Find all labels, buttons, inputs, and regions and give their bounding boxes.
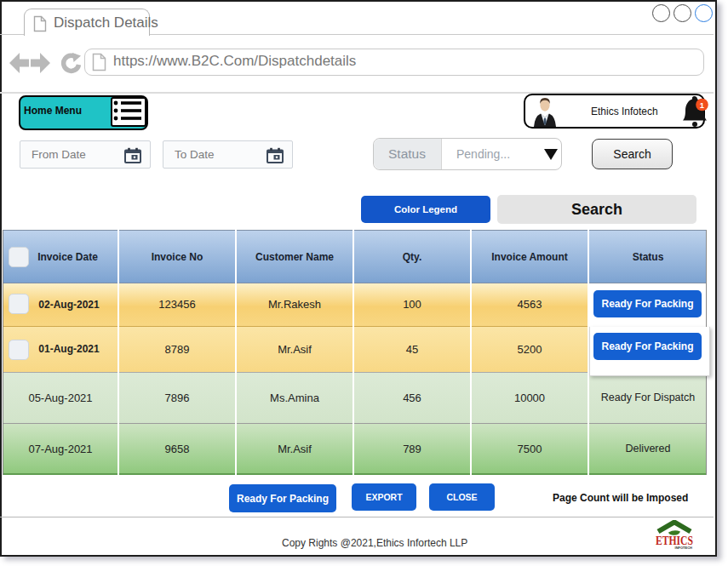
svg-text:INFOTECH: INFOTECH: [675, 546, 693, 550]
svg-text:1: 1: [700, 100, 705, 110]
